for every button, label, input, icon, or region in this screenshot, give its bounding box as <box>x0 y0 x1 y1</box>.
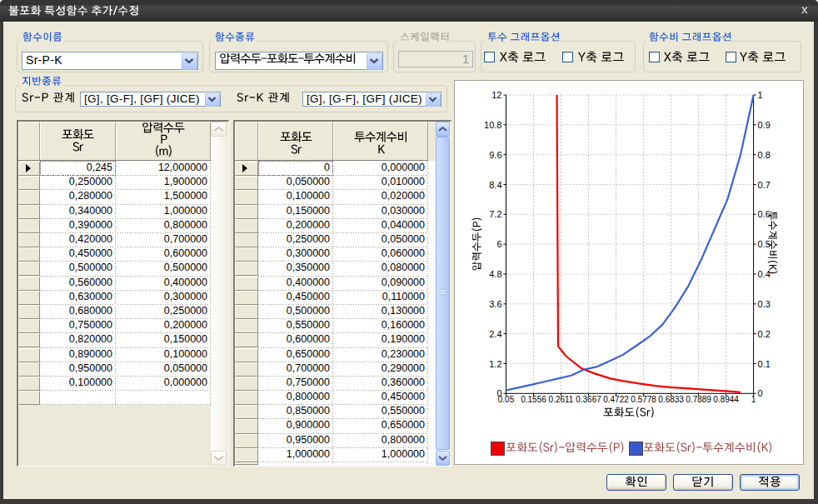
svg-text:0.8: 0.8 <box>758 150 771 160</box>
svg-text:12: 12 <box>491 90 501 100</box>
svg-text:7.2: 7.2 <box>489 209 501 219</box>
svg-text:0.8944: 0.8944 <box>713 395 739 404</box>
svg-text:0.6833: 0.6833 <box>658 395 684 404</box>
svg-text:1: 1 <box>758 90 763 100</box>
svg-text:0.3: 0.3 <box>758 299 771 309</box>
svg-text:6: 6 <box>496 239 501 249</box>
svg-text:1.2: 1.2 <box>489 359 501 369</box>
svg-text:0.2611: 0.2611 <box>549 395 574 404</box>
svg-text:0.1: 0.1 <box>758 359 771 369</box>
svg-text:9.6: 9.6 <box>489 150 501 160</box>
svg-text:0.7: 0.7 <box>758 180 771 190</box>
svg-text:1: 1 <box>751 395 756 404</box>
svg-text:0.5778: 0.5778 <box>631 395 656 404</box>
svg-text:0.4722: 0.4722 <box>603 395 629 404</box>
svg-text:8.4: 8.4 <box>489 180 501 190</box>
svg-text:0: 0 <box>758 388 763 398</box>
svg-text:0.7889: 0.7889 <box>686 395 711 404</box>
svg-text:0.05: 0.05 <box>498 395 515 404</box>
svg-text:0.2: 0.2 <box>758 329 771 339</box>
svg-text:10.8: 10.8 <box>484 120 501 130</box>
svg-text:0.9: 0.9 <box>758 120 771 130</box>
svg-text:4.8: 4.8 <box>489 269 501 279</box>
svg-text:3.6: 3.6 <box>489 299 501 309</box>
svg-text:2.4: 2.4 <box>489 329 501 339</box>
svg-text:0.1556: 0.1556 <box>521 395 546 404</box>
svg-text:0.3667: 0.3667 <box>576 395 601 404</box>
